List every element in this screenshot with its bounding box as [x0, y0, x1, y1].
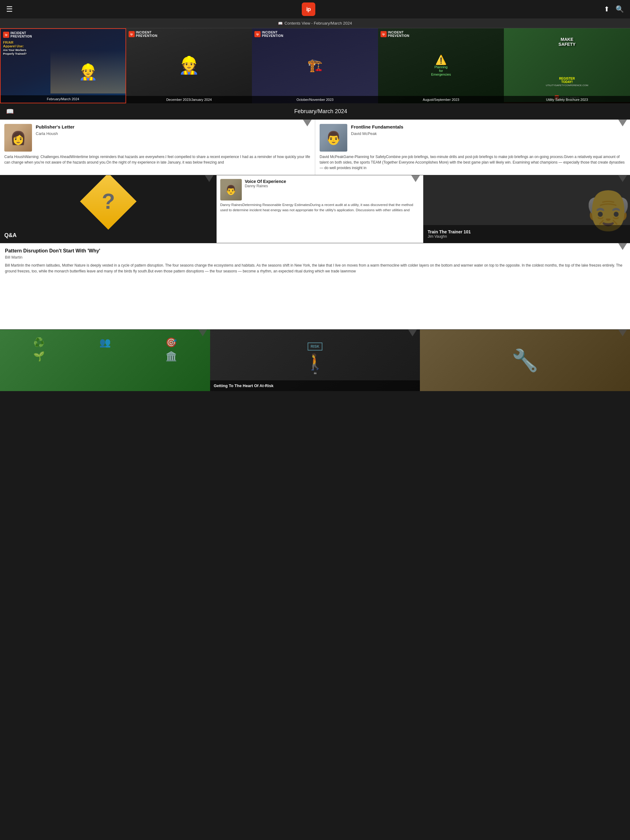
qa-label: Q&A — [4, 232, 17, 238]
publishers-title: Publisher's Letter — [36, 124, 310, 130]
bookmark-icon-frontline — [618, 120, 627, 126]
nav-actions: ⬆ 🔍 — [604, 5, 624, 13]
top-nav: ☰ ip ⬆ 🔍 — [0, 0, 630, 19]
menu-icon[interactable]: ☰ — [6, 5, 13, 14]
voice-excerpt: Danny RainesDetermining Reasonable Energ… — [217, 202, 423, 217]
voice-photo: 👨 — [220, 179, 242, 201]
mag-item-2[interactable]: ip INCIDENTPREVENTION 👷 December 2023/Ja… — [126, 28, 252, 103]
voice-header: 👨 Voice Of Experience Danny Raines — [217, 175, 423, 202]
magazine-carousel[interactable]: ip INCIDENTPREVENTION FR/ARApparel Use:A… — [0, 28, 630, 103]
qa-symbol: ? — [101, 191, 115, 212]
cover-logo-1: ip INCIDENTPREVENTION — [3, 32, 123, 38]
publishers-photo: 👩 — [4, 124, 32, 152]
publishers-info: Publisher's Letter Carla Housh — [36, 124, 310, 136]
pattern-text: Bill MartinIn the northern latitudes, Mo… — [5, 262, 625, 274]
bookmark-icon-publishers — [303, 120, 312, 126]
voice-author: Danny Raines — [245, 184, 286, 188]
frontline-title: Frontline Fundamentals — [351, 124, 626, 130]
mag-item-5[interactable]: MAKESAFETY REGISTERTODAY! UTILITYSAFETYC… — [504, 28, 630, 103]
status-text: Contents View - February/March 2024 — [285, 21, 352, 25]
mag-label-5: Utility Safety Brochure 2023 — [504, 96, 630, 103]
app-logo[interactable]: ip — [302, 2, 315, 16]
bookmark-icon-pattern — [618, 243, 627, 250]
pattern-title: Pattern Disruption Don't Start With 'Why… — [5, 248, 625, 254]
cover-logo-3: ip INCIDENTPREVENTION — [255, 31, 375, 38]
row-qa-voice-train: ? Q&A 👨 Voice Of Experience Danny Raines… — [0, 175, 630, 243]
mag-item-3[interactable]: ip INCIDENTPREVENTION 🏗️ October/Novembe… — [252, 28, 378, 103]
bottom-tile-2-label: Getting To The Heart Of At-Risk — [210, 381, 420, 391]
mag-label-1: February/March 2024 — [1, 95, 125, 103]
search-icon[interactable]: 🔍 — [616, 5, 624, 13]
row-publishers-frontline: 👩 Publisher's Letter Carla Housh Carla H… — [0, 120, 630, 175]
share-icon[interactable]: ⬆ — [604, 5, 609, 13]
mag-item-4[interactable]: ip INCIDENTPREVENTION ⚠️ PlanningforEmer… — [378, 28, 504, 103]
cover-logo-4: ip INCIDENTPREVENTION — [380, 31, 502, 38]
train-author: Jim Vaughn — [427, 234, 626, 238]
bottom-tile-1[interactable]: ♻️ 👥 🎯 🌱 🏛️ — [0, 330, 210, 391]
frontline-author: David McPeak — [351, 131, 626, 136]
frontline-photo: 👨 — [320, 124, 347, 152]
article-pattern[interactable]: Pattern Disruption Don't Start With 'Why… — [0, 243, 630, 329]
bookmark-icon-qa — [205, 175, 214, 182]
cover-logo-2: ip INCIDENTPREVENTION — [128, 31, 250, 38]
row-frar-pattern: 👷 FR/AR Apparel Use: Are Your Workers Pr… — [0, 243, 630, 330]
publishers-excerpt: Carla HoushWarning: Challenges AheadWint… — [0, 154, 315, 169]
voice-info: Voice Of Experience Danny Raines — [245, 179, 286, 188]
article-voice[interactable]: 👨 Voice Of Experience Danny Raines Danny… — [217, 175, 424, 243]
article-frontline[interactable]: 👨 Frontline Fundamentals David McPeak Da… — [315, 120, 630, 175]
content-grid: 👩 Publisher's Letter Carla Housh Carla H… — [0, 120, 630, 391]
voice-title: Voice Of Experience — [245, 179, 286, 184]
bottom-tile-2[interactable]: RISK 🚶 ❝ Getting To The Heart Of At-Risk — [210, 330, 420, 391]
bottom-tile-3[interactable]: 🔧 — [420, 330, 630, 391]
qa-diamond: ? — [80, 175, 136, 230]
bookmark-icon-voice — [411, 175, 420, 182]
status-bar: 📖 Contents View - February/March 2024 — [0, 19, 630, 28]
mag-item-1[interactable]: ip INCIDENTPREVENTION FR/ARApparel Use:A… — [0, 28, 126, 103]
frontline-header: 👨 Frontline Fundamentals David McPeak — [315, 120, 630, 154]
issue-heading: 📖 February/March 2024 — [0, 103, 630, 120]
article-publishers-letter[interactable]: 👩 Publisher's Letter Carla Housh Carla H… — [0, 120, 315, 175]
publishers-author: Carla Housh — [36, 131, 310, 136]
contents-icon: 📖 — [278, 21, 283, 25]
frontline-info: Frontline Fundamentals David McPeak — [351, 124, 626, 136]
pattern-author: Bill Martin — [5, 255, 625, 259]
issue-icon: 📖 — [6, 107, 14, 115]
row-bottom: ♻️ 👥 🎯 🌱 🏛️ RISK 🚶 ❝ Getting To The Hear… — [0, 330, 630, 391]
article-qa[interactable]: ? Q&A — [0, 175, 217, 243]
mag-label-3: October/November 2023 — [252, 96, 378, 103]
train-info: Train The Trainer 101 Jim Vaughn — [423, 225, 630, 243]
issue-title: February/March 2024 — [17, 108, 624, 115]
article-train-trainer[interactable]: 👴 Train The Trainer 101 Jim Vaughn — [423, 175, 630, 243]
publishers-header: 👩 Publisher's Letter Carla Housh — [0, 120, 315, 154]
mag-label-4: August/September 2023 — [378, 96, 504, 103]
train-title: Train The Trainer 101 — [427, 229, 626, 234]
frontline-excerpt: David McPeakGame-Planning for SafetyComb… — [315, 154, 630, 175]
mag-label-2: December 2023/January 2024 — [126, 96, 252, 103]
